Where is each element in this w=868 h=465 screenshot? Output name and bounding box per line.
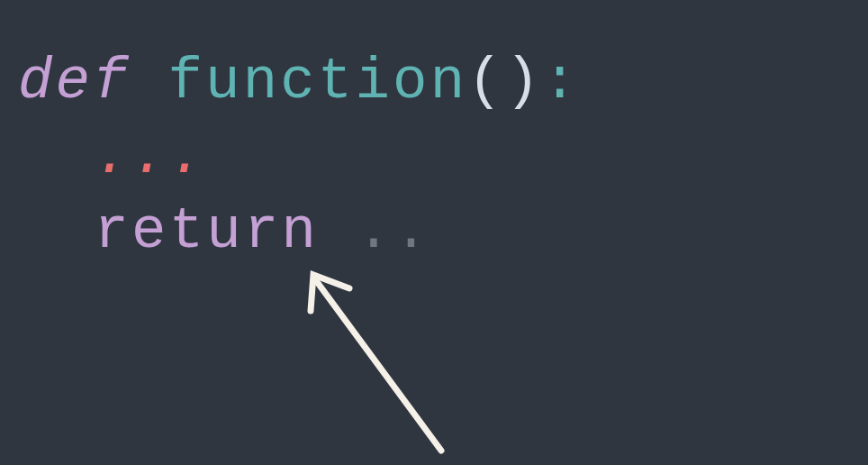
code-line-3: return .. — [18, 195, 868, 269]
code-line-2: ... — [18, 120, 868, 195]
ellipsis: ... — [94, 124, 206, 189]
code-line-1: def function(): — [18, 45, 868, 120]
code-block: def function(): ... return .. — [18, 45, 868, 270]
keyword-return: return — [94, 199, 319, 264]
space — [131, 50, 168, 114]
space — [319, 199, 357, 264]
colon: : — [543, 50, 581, 114]
keyword-def: def — [18, 50, 131, 114]
arrow-icon — [297, 261, 495, 465]
annotation-arrow — [297, 261, 495, 465]
dots: .. — [357, 199, 431, 264]
svg-line-0 — [315, 279, 441, 451]
function-name: function — [167, 50, 467, 114]
parentheses: () — [467, 50, 542, 114]
